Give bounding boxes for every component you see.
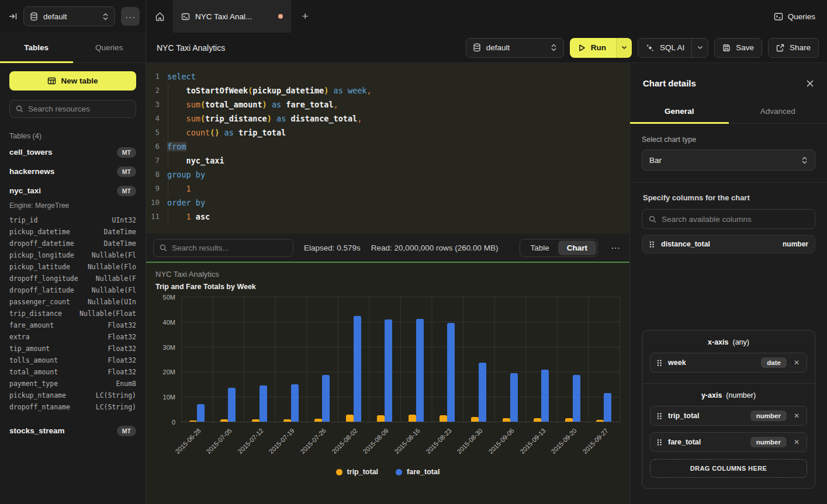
close-panel-button[interactable] (806, 79, 814, 88)
bar-group (338, 297, 369, 422)
remove-icon[interactable]: ✕ (793, 438, 801, 446)
ellipsis-icon: ··· (125, 12, 136, 22)
sql-token: 1 (186, 184, 191, 193)
legend-item-trip_total[interactable]: trip_total (336, 468, 378, 476)
new-tab-button[interactable]: + (291, 0, 319, 33)
table-list-item[interactable]: cell_towersMT (9, 142, 136, 162)
fare_total-bar[interactable] (385, 319, 392, 422)
y-axis-item-trip-total[interactable]: trip_total number ✕ (650, 406, 807, 426)
sidebar-more-button[interactable]: ··· (121, 7, 140, 26)
sql-line: 5 count() as trip_total (146, 126, 629, 140)
trip_total-bar[interactable] (440, 415, 447, 422)
database-icon (473, 43, 481, 52)
sql-ai-options-button[interactable] (691, 39, 708, 57)
query-title: NYC Taxi Analytics (157, 43, 460, 53)
y-tick-label: 40M (163, 319, 175, 326)
fare_total-bar[interactable] (197, 404, 205, 422)
trip_total-bar[interactable] (409, 415, 416, 422)
home-button[interactable] (146, 0, 173, 33)
fare_total-bar[interactable] (354, 316, 361, 422)
trip_total-bar[interactable] (534, 418, 541, 422)
header-database-selector[interactable]: default (466, 38, 564, 58)
results-search-input[interactable] (172, 244, 287, 252)
fare_total-bar[interactable] (322, 375, 330, 422)
tab-advanced[interactable]: Advanced (729, 99, 827, 123)
sidebar-search-input[interactable] (28, 105, 130, 113)
drag-handle-icon[interactable] (656, 412, 662, 420)
view-toggle-table[interactable]: Table (521, 241, 558, 255)
trip_total-bar[interactable] (252, 419, 259, 422)
remove-icon[interactable]: ✕ (793, 359, 801, 367)
table-list-item[interactable]: stocks_streamMT (9, 421, 136, 440)
sidebar-collapse-button[interactable] (8, 12, 18, 21)
tab-nyc-taxi-analytics[interactable]: NYC Taxi Anal... (173, 0, 291, 33)
sidebar-tabs: Tables Queries (0, 33, 146, 63)
fare_total-bar[interactable] (541, 370, 549, 422)
sql-editor[interactable]: 1select2 toStartOfWeek(pickup_datetime) … (146, 63, 629, 234)
trip_total-bar[interactable] (189, 420, 197, 422)
fare_total-bar[interactable] (604, 393, 611, 422)
sql-token: ( (200, 114, 205, 123)
database-icon (30, 12, 38, 21)
bar-group (525, 297, 557, 422)
axis-item-type-badge: number (750, 437, 787, 447)
run-options-button[interactable] (616, 38, 632, 58)
share-button[interactable]: Share (768, 38, 819, 58)
legend-item-fare_total[interactable]: fare_total (396, 468, 440, 476)
columns-search-input[interactable] (662, 215, 808, 224)
sql-token (167, 212, 186, 221)
trip_total-bar[interactable] (314, 419, 322, 422)
trip_total-bar[interactable] (283, 419, 291, 422)
sql-ai-button[interactable]: SQL AI (638, 38, 708, 58)
view-toggle-chart[interactable]: Chart (558, 241, 596, 255)
queries-terminal-icon (774, 12, 783, 21)
trip_total-bar[interactable] (471, 417, 479, 422)
sidebar-body: New table Tables (4) cell_towersMThacker… (0, 63, 146, 504)
x-axis-item-week[interactable]: week date ✕ (650, 353, 807, 373)
trip_total-bar[interactable] (346, 415, 354, 422)
new-table-button[interactable]: New table (9, 71, 136, 91)
y-axis-item-fare-total[interactable]: fare_total number ✕ (650, 432, 807, 452)
fare_total-bar[interactable] (416, 319, 424, 422)
table-column-row: dropoff_datetimeDateTime (9, 238, 136, 249)
fare_total-bar[interactable] (479, 363, 486, 422)
database-selector[interactable]: default (23, 6, 115, 26)
fare_total-bar[interactable] (573, 375, 580, 422)
queries-button[interactable]: Queries (774, 12, 815, 21)
trip_total-bar[interactable] (596, 420, 604, 422)
trip_total-bar[interactable] (220, 419, 228, 422)
trip_total-bar[interactable] (503, 418, 510, 422)
bar-group (213, 297, 244, 422)
results-more-button[interactable]: ⋯ (608, 242, 622, 253)
fare_total-bar[interactable] (510, 373, 518, 422)
trip_total-bar[interactable] (377, 415, 385, 422)
drag-handle-icon[interactable] (656, 359, 662, 367)
sql-token (219, 128, 224, 137)
table-list-item[interactable]: nyc_taxiMT (9, 181, 136, 200)
drop-zone[interactable]: DRAG COLUMNS HERE (650, 459, 807, 478)
chart-type-select[interactable]: Bar (642, 150, 815, 171)
fare_total-bar[interactable] (447, 323, 455, 422)
sql-token: select (167, 72, 196, 81)
tab-general[interactable]: General (630, 99, 729, 123)
save-button[interactable]: Save (714, 38, 762, 58)
table-list-item[interactable]: hackernewsMT (9, 162, 136, 181)
run-button[interactable]: Run (570, 38, 616, 58)
trip_total-bar[interactable] (565, 418, 573, 422)
drag-handle-icon[interactable] (649, 241, 655, 248)
available-column-distance-total[interactable]: distance_total number (642, 235, 815, 253)
sidebar-tab-queries[interactable]: Queries (73, 33, 146, 62)
fare_total-bar[interactable] (291, 384, 299, 422)
column-type: DateTime (104, 239, 136, 248)
x-axis-labels: 2015-06-282015-07-052015-07-122015-07-19… (181, 422, 620, 465)
run-button-label: Run (591, 43, 606, 52)
table-column-row: dropoff_latitudeNullable(Fl (9, 284, 136, 296)
chart-details-header: Chart details (630, 63, 827, 99)
sql-token (167, 128, 186, 137)
fare_total-bar[interactable] (228, 388, 236, 422)
drag-handle-icon[interactable] (656, 439, 662, 446)
fare_total-bar[interactable] (259, 385, 267, 422)
unsaved-changes-dot (278, 14, 283, 19)
sidebar-tab-tables[interactable]: Tables (0, 33, 73, 62)
remove-icon[interactable]: ✕ (793, 412, 801, 420)
